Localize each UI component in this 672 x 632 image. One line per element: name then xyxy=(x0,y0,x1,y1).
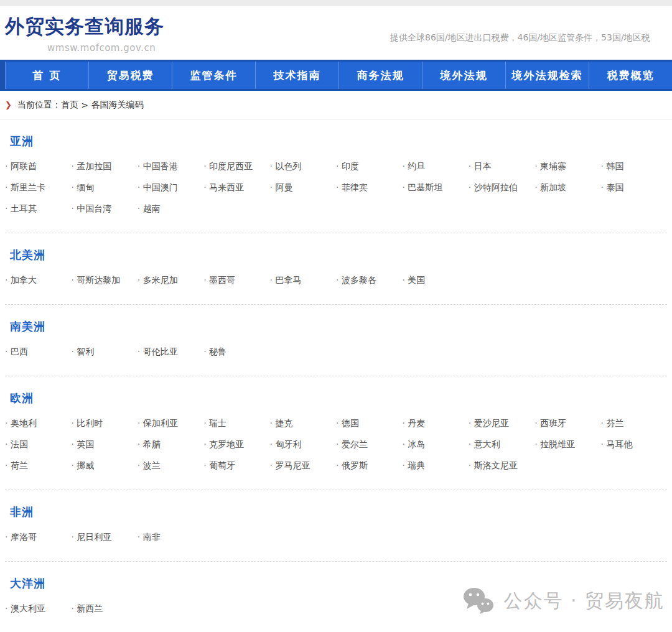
breadcrumb-separator: > xyxy=(78,100,91,110)
country-link[interactable]: 法国 xyxy=(5,437,71,451)
country-link[interactable]: 马耳他 xyxy=(601,437,667,451)
continent-section: 亚洲阿联酋孟加拉国中国香港印度尼西亚以色列印度约旦日本柬埔寨韩国斯里兰卡缅甸中国… xyxy=(5,119,667,233)
country-link[interactable]: 沙特阿拉伯 xyxy=(469,180,534,194)
country-link[interactable]: 匈牙利 xyxy=(270,437,336,451)
country-link[interactable]: 斯里兰卡 xyxy=(5,180,71,194)
country-link[interactable]: 爱沙尼亚 xyxy=(469,416,534,430)
breadcrumb-label: 当前位置： xyxy=(17,100,61,111)
country-link[interactable]: 以色列 xyxy=(270,159,336,173)
nav-tab-4[interactable]: 技术指南 xyxy=(255,62,338,89)
country-link[interactable]: 澳大利亚 xyxy=(5,602,71,615)
country-link[interactable]: 土耳其 xyxy=(5,202,71,215)
country-link[interactable]: 新加坡 xyxy=(534,180,600,194)
nav-tab-1[interactable]: 首 页 xyxy=(5,62,88,89)
nav-tab-3[interactable]: 监管条件 xyxy=(172,62,255,89)
country-link[interactable]: 意大利 xyxy=(469,437,534,451)
continent-section: 欧洲奥地利比利时保加利亚瑞士捷克德国丹麦爱沙尼亚西班牙芬兰法国英国希腊克罗地亚匈… xyxy=(5,376,667,490)
country-link[interactable]: 瑞典 xyxy=(402,458,468,472)
nav-tab-2[interactable]: 贸易税费 xyxy=(88,62,172,89)
watermark: 公众号 · 贸易夜航 xyxy=(462,587,665,615)
country-link[interactable]: 芬兰 xyxy=(601,416,667,430)
country-link[interactable]: 瑞士 xyxy=(203,416,269,430)
country-link[interactable]: 奥地利 xyxy=(5,416,71,430)
country-link[interactable]: 墨西哥 xyxy=(203,273,269,287)
country-link[interactable]: 斯洛文尼亚 xyxy=(469,458,534,472)
country-link[interactable]: 摩洛哥 xyxy=(5,530,71,544)
country-link[interactable]: 丹麦 xyxy=(402,416,468,430)
country-link[interactable]: 泰国 xyxy=(601,180,667,194)
country-link[interactable]: 日本 xyxy=(469,159,534,173)
country-link[interactable]: 阿曼 xyxy=(270,180,336,194)
country-link[interactable]: 巴基斯坦 xyxy=(402,180,468,194)
continent-title: 北美洲 xyxy=(10,248,667,262)
country-link[interactable]: 西班牙 xyxy=(534,416,600,430)
site-tagline: 提供全球86国/地区进出口税费，46国/地区监管条件，53国/地区税 xyxy=(390,32,672,44)
country-link[interactable]: 中国澳门 xyxy=(138,180,203,194)
breadcrumb-current: 各国海关编码 xyxy=(91,100,144,111)
country-link[interactable]: 新西兰 xyxy=(71,602,137,615)
continent-sections: 亚洲阿联酋孟加拉国中国香港印度尼西亚以色列印度约旦日本柬埔寨韩国斯里兰卡缅甸中国… xyxy=(0,119,672,632)
country-link[interactable]: 印度尼西亚 xyxy=(203,159,269,173)
nav-lead-block xyxy=(0,62,5,89)
country-link[interactable]: 波多黎各 xyxy=(336,273,402,287)
country-link[interactable]: 秘鲁 xyxy=(203,345,269,358)
country-link[interactable]: 巴拿马 xyxy=(270,273,336,287)
main-nav: 首 页贸易税费监管条件技术指南商务法规境外法规境外法规检索税费概览 xyxy=(0,60,672,91)
nav-tab-7[interactable]: 境外法规检索 xyxy=(505,62,589,89)
country-link[interactable]: 荷兰 xyxy=(5,458,71,472)
country-link[interactable]: 英国 xyxy=(71,437,137,451)
country-link[interactable]: 希腊 xyxy=(138,437,203,451)
country-link[interactable]: 美国 xyxy=(402,273,468,287)
country-link[interactable]: 韩国 xyxy=(601,159,667,173)
country-link[interactable]: 菲律宾 xyxy=(336,180,402,194)
watermark-text: 公众号 · 贸易夜航 xyxy=(503,588,665,614)
continent-section: 非洲摩洛哥尼日利亚南非 xyxy=(5,490,667,562)
continent-section: 南美洲巴西智利哥伦比亚秘鲁 xyxy=(5,305,667,376)
country-link[interactable]: 比利时 xyxy=(71,416,137,430)
top-strip xyxy=(0,0,672,6)
country-link[interactable]: 智利 xyxy=(71,345,137,358)
continent-title: 亚洲 xyxy=(10,134,667,148)
country-link[interactable]: 印度 xyxy=(336,159,402,173)
country-link[interactable]: 保加利亚 xyxy=(138,416,203,430)
country-link[interactable]: 越南 xyxy=(138,202,203,215)
country-link[interactable]: 阿联酋 xyxy=(5,159,71,173)
country-link[interactable]: 哥伦比亚 xyxy=(138,345,203,358)
nav-tab-8[interactable]: 税费概览 xyxy=(589,62,672,89)
country-link[interactable]: 拉脱维亚 xyxy=(534,437,600,451)
country-link[interactable]: 中国香港 xyxy=(138,159,203,173)
country-link[interactable]: 加拿大 xyxy=(5,273,71,287)
country-link[interactable]: 马来西亚 xyxy=(203,180,269,194)
country-link[interactable]: 尼日利亚 xyxy=(71,530,137,544)
continent-title: 欧洲 xyxy=(10,391,667,405)
country-link[interactable]: 捷克 xyxy=(270,416,336,430)
country-link[interactable]: 俄罗斯 xyxy=(336,458,402,472)
country-link[interactable]: 爱尔兰 xyxy=(336,437,402,451)
country-link[interactable]: 德国 xyxy=(336,416,402,430)
country-grid: 加拿大哥斯达黎加多米尼加墨西哥巴拿马波多黎各美国 xyxy=(5,273,667,287)
country-link[interactable]: 多米尼加 xyxy=(138,273,203,287)
country-grid: 奥地利比利时保加利亚瑞士捷克德国丹麦爱沙尼亚西班牙芬兰法国英国希腊克罗地亚匈牙利… xyxy=(5,416,667,472)
country-link[interactable]: 缅甸 xyxy=(71,180,137,194)
country-link[interactable]: 波兰 xyxy=(138,458,203,472)
country-link[interactable]: 葡萄牙 xyxy=(203,458,269,472)
country-link[interactable]: 约旦 xyxy=(402,159,468,173)
country-link[interactable]: 哥斯达黎加 xyxy=(71,273,137,287)
country-link[interactable]: 巴西 xyxy=(5,345,71,358)
country-link[interactable]: 克罗地亚 xyxy=(203,437,269,451)
continent-section: 北美洲加拿大哥斯达黎加多米尼加墨西哥巴拿马波多黎各美国 xyxy=(5,233,667,305)
country-grid: 巴西智利哥伦比亚秘鲁 xyxy=(5,345,667,358)
country-link[interactable]: 柬埔寨 xyxy=(534,159,600,173)
country-link[interactable]: 冰岛 xyxy=(402,437,468,451)
nav-tab-6[interactable]: 境外法规 xyxy=(422,62,505,89)
breadcrumb-home-link[interactable]: 首页 xyxy=(61,100,78,111)
site-header: 外贸实务查询服务 wmsw.mofcom.gov.cn 提供全球86国/地区进出… xyxy=(0,6,672,60)
country-link[interactable]: 罗马尼亚 xyxy=(270,458,336,472)
site-title: 外贸实务查询服务 xyxy=(5,14,164,40)
country-link[interactable]: 孟加拉国 xyxy=(71,159,137,173)
country-link[interactable]: 中国台湾 xyxy=(71,202,137,215)
breadcrumb: ❯ 当前位置： 首页 > 各国海关编码 xyxy=(0,91,672,119)
country-link[interactable]: 南非 xyxy=(138,530,203,544)
country-link[interactable]: 挪威 xyxy=(71,458,137,472)
nav-tab-5[interactable]: 商务法规 xyxy=(338,62,422,89)
